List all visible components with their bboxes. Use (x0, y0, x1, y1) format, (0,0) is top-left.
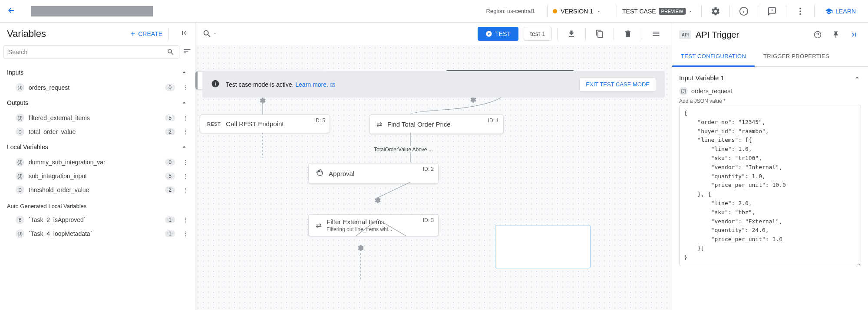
variable-name: threshold_order_value (29, 186, 161, 193)
test-name-field[interactable]: test-1 (524, 27, 552, 41)
graduation-cap-icon (825, 7, 833, 15)
testcase-label: TEST CASE (622, 8, 656, 15)
variable-row[interactable]: D total_order_value 2 ⋮ (0, 125, 195, 139)
chevron-up-icon (180, 143, 188, 151)
double-type-badge: D (16, 186, 24, 194)
variable-row[interactable]: {J} `Task_4_loopMetadata` 1 ⋮ (0, 227, 195, 241)
locals-section-header[interactable]: Local Variables (0, 139, 195, 155)
variable-row[interactable]: D threshold_order_value 2 ⋮ (0, 183, 195, 197)
search-input-container (3, 45, 179, 59)
variable-row[interactable]: B `Task_2_isApproved` 1 ⋮ (0, 213, 195, 227)
status-dot-icon (553, 9, 557, 13)
copy-button[interactable] (591, 25, 608, 42)
feedback-button[interactable] (763, 3, 781, 20)
variable-more-button[interactable]: ⋮ (181, 84, 190, 91)
plus-icon (129, 30, 136, 37)
usage-count: 5 (165, 173, 175, 179)
list-icon (652, 29, 660, 38)
learn-button[interactable]: LEARN (820, 7, 861, 15)
tab-trigger-props[interactable]: TRIGGER PROPERTIES (755, 47, 838, 66)
copy-icon (595, 29, 604, 38)
integration-name-placeholder[interactable] (31, 6, 153, 16)
json-input-label: Add a JSON value * (679, 98, 861, 104)
json-input-textarea[interactable]: { "order_no": "12345", "buyer_id": "raam… (679, 105, 861, 266)
trash-icon (624, 29, 632, 38)
api-badge-icon: API (679, 30, 691, 39)
top-bar: Region: us-central1 VERSION 1 TEST CASE … (0, 0, 868, 23)
usage-count: 1 (165, 230, 175, 237)
variable-name: `Task_4_loopMetadata` (29, 230, 161, 237)
chevron-up-icon (180, 69, 188, 76)
canvas-background[interactable]: Test case mode is active. Learn more. EX… (195, 45, 672, 310)
edge-config-icon[interactable] (357, 245, 364, 253)
testcase-selector[interactable]: TEST CASE PREVIEW (622, 8, 693, 15)
outputs-section-header[interactable]: Outputs (0, 95, 195, 111)
variable-more-button[interactable]: ⋮ (181, 128, 190, 135)
delete-button[interactable] (619, 25, 637, 42)
pin-button[interactable] (829, 28, 843, 42)
tab-test-config[interactable]: TEST CONFIGURATION (672, 47, 755, 67)
create-variable-button[interactable]: CREATE (129, 30, 162, 37)
divider (614, 28, 614, 40)
zoom-button[interactable] (202, 29, 217, 39)
inputs-section-header[interactable]: Inputs (0, 64, 195, 81)
info-icon (739, 7, 749, 16)
variable-row[interactable]: {J} orders_request 0 ⋮ (0, 81, 195, 95)
divider (617, 5, 617, 17)
locals-label: Local Variables (7, 144, 48, 150)
zoom-icon (202, 29, 212, 39)
divider (814, 5, 815, 17)
auto-section-header: Auto Generated Local Variables (0, 197, 195, 213)
variable-row[interactable]: {J} dummy_sub_integration_var 0 ⋮ (0, 155, 195, 169)
usage-count: 2 (165, 128, 175, 135)
edge-condition-label[interactable]: TotalOrderValue Above ... (371, 146, 436, 153)
trigger-config-panel: API API Trigger TEST CONFIGURATION TRIGG… (672, 23, 868, 310)
variable-more-button[interactable]: ⋮ (181, 159, 190, 166)
exit-test-mode-button[interactable]: EXIT TEST CASE MODE (579, 77, 656, 91)
json-type-badge: {J} (16, 114, 24, 122)
integration-canvas[interactable]: TEST test-1 (195, 23, 672, 310)
settings-button[interactable] (707, 3, 724, 20)
version-selector[interactable]: VERSION 1 (553, 8, 601, 15)
list-view-button[interactable] (647, 25, 665, 42)
filter-button[interactable] (183, 47, 191, 57)
divider (786, 5, 786, 17)
info-icon (211, 79, 220, 89)
search-input[interactable] (8, 49, 167, 55)
expand-panel-button[interactable] (847, 28, 861, 42)
variables-sidebar: Variables CREATE Inputs (0, 23, 195, 310)
variable-more-button[interactable]: ⋮ (181, 216, 190, 223)
play-icon (485, 30, 492, 37)
usage-count: 0 (165, 159, 175, 166)
info-button[interactable] (735, 3, 752, 20)
learn-more-link[interactable]: Learn more. (295, 81, 335, 88)
region-label: Region: us-central1 (486, 8, 535, 14)
input-variable-section-header[interactable]: Input Variable 1 (679, 74, 861, 82)
variable-more-button[interactable]: ⋮ (181, 186, 190, 193)
help-button[interactable] (811, 28, 825, 42)
variable-more-button[interactable]: ⋮ (181, 114, 190, 121)
edge-config-icon[interactable] (259, 97, 266, 105)
variable-more-button[interactable]: ⋮ (181, 173, 190, 179)
edge-config-icon[interactable] (374, 197, 381, 205)
chevron-down-icon (597, 9, 601, 13)
back-icon[interactable] (7, 6, 16, 16)
collapse-right-icon (850, 31, 858, 39)
variable-row[interactable]: {J} sub_integration_input 5 ⋮ (0, 169, 195, 183)
divider (758, 5, 758, 17)
json-type-badge: {J} (16, 158, 24, 166)
search-icon[interactable] (167, 48, 175, 56)
bool-type-badge: B (16, 215, 24, 224)
download-button[interactable] (563, 25, 580, 42)
json-type-badge: {J} (16, 229, 24, 238)
test-button[interactable]: TEST (478, 27, 518, 41)
more-menu-button[interactable] (792, 3, 809, 20)
test-mode-banner: Test case mode is active. Learn more. EX… (202, 71, 665, 98)
svg-point-7 (799, 13, 801, 15)
pin-icon (832, 31, 840, 39)
variable-more-button[interactable]: ⋮ (181, 230, 190, 237)
usage-count: 1 (165, 216, 175, 223)
variable-row[interactable]: {J} filtered_external_items 5 ⋮ (0, 111, 195, 125)
collapse-sidebar-button[interactable] (180, 29, 188, 39)
variable-name: sub_integration_input (29, 173, 161, 179)
